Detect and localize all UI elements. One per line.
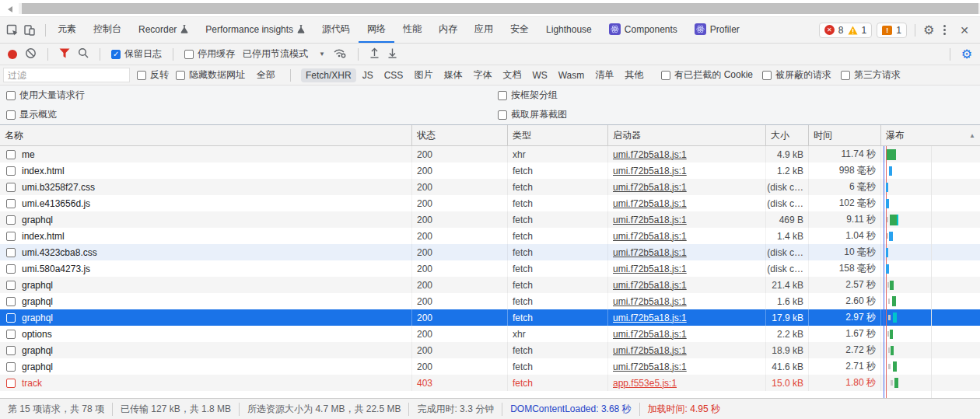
row-checkbox[interactable] — [6, 362, 16, 372]
hide-data-urls-checkbox[interactable]: 隐藏数据网址 — [176, 68, 245, 82]
initiator-link[interactable]: umi.f72b5a18.js:1 — [613, 231, 687, 242]
initiator-link[interactable]: umi.f72b5a18.js:1 — [613, 166, 687, 176]
initiator-link[interactable]: app.f553e5.js:1 — [613, 378, 677, 389]
row-checkbox[interactable] — [6, 215, 16, 225]
filter-pill--[interactable]: 其他 — [620, 67, 648, 83]
filter-pill--[interactable]: 字体 — [468, 67, 496, 83]
more-options-icon[interactable] — [939, 25, 950, 35]
table-row[interactable]: graphql200fetchumi.f72b5a18.js:121.4 kB2… — [0, 277, 980, 293]
table-row[interactable]: options200xhrumi.f72b5a18.js:12.2 kB1.67… — [0, 326, 980, 342]
table-row[interactable]: graphql200fetchumi.f72b5a18.js:11.6 kB2.… — [0, 293, 980, 309]
row-checkbox[interactable] — [6, 379, 16, 388]
scroll-left-arrow-icon[interactable] — [8, 6, 12, 12]
option-checkbox[interactable]: 使用大量请求行 — [6, 89, 498, 102]
row-checkbox[interactable] — [6, 330, 16, 339]
network-conditions-icon[interactable] — [333, 47, 347, 61]
table-row[interactable]: index.html200fetchumi.f72b5a18.js:11.2 k… — [0, 162, 980, 179]
tab-lighthouse[interactable]: Lighthouse — [537, 17, 600, 43]
scrollbar-thumb[interactable] — [22, 3, 978, 14]
row-checkbox[interactable] — [6, 150, 16, 159]
throttling-dropdown[interactable]: 已停用节流模式 ▼ — [243, 47, 325, 61]
issues-counter[interactable]: ! 1 — [877, 23, 907, 38]
tab-控制台[interactable]: 控制台 — [85, 17, 130, 43]
row-checkbox[interactable] — [6, 199, 16, 208]
column-header-0[interactable]: 名称 — [0, 125, 412, 145]
option-checkbox[interactable]: 显示概览 — [6, 108, 498, 121]
tab-网络[interactable]: 网络 — [359, 17, 394, 43]
export-har-icon[interactable] — [387, 47, 397, 61]
row-checkbox[interactable] — [6, 346, 16, 355]
tab-性能[interactable]: 性能 — [394, 17, 430, 43]
row-checkbox[interactable] — [6, 264, 16, 274]
filter-pill--[interactable]: 媒体 — [439, 67, 467, 83]
initiator-link[interactable]: umi.f72b5a18.js:1 — [613, 149, 687, 160]
initiator-link[interactable]: umi.f72b5a18.js:1 — [613, 215, 687, 225]
inspect-element-icon[interactable] — [6, 24, 19, 37]
close-devtools-icon[interactable]: ✕ — [955, 24, 974, 37]
initiator-link[interactable]: umi.f72b5a18.js:1 — [613, 182, 687, 193]
column-header-3[interactable]: 启动器 — [608, 125, 766, 145]
table-row[interactable]: graphql200fetchumi.f72b5a18.js:141.6 kB2… — [0, 358, 980, 375]
invert-filter-checkbox[interactable]: 反转 — [137, 68, 169, 82]
filter-pill-js[interactable]: JS — [358, 68, 378, 82]
disable-cache-checkbox[interactable]: 停用缓存 — [184, 47, 235, 61]
table-row[interactable]: umi.4323cba8.css200fetchumi.f72b5a18.js:… — [0, 244, 980, 260]
column-header-2[interactable]: 类型 — [508, 125, 608, 145]
table-row[interactable]: graphql200fetchumi.f72b5a18.js:117.9 kB2… — [0, 309, 980, 326]
table-row[interactable]: me200xhrumi.f72b5a18.js:14.9 kB11.74 秒 — [0, 146, 980, 162]
row-checkbox[interactable] — [6, 313, 16, 323]
filter-checkbox[interactable]: 被屏蔽的请求 — [762, 68, 831, 82]
filter-pill-wasm[interactable]: Wasm — [554, 68, 590, 82]
filter-pill-all[interactable]: 全部 — [252, 67, 280, 83]
row-checkbox[interactable] — [6, 281, 16, 290]
tab-元素[interactable]: 元素 — [49, 17, 85, 43]
search-icon[interactable] — [78, 47, 89, 61]
initiator-link[interactable]: umi.f72b5a18.js:1 — [613, 329, 687, 340]
network-settings-gear-icon[interactable]: ⚙ — [961, 48, 972, 61]
device-toolbar-icon[interactable] — [23, 24, 36, 37]
tab-performance-insights[interactable]: Performance insights — [197, 17, 313, 43]
option-checkbox[interactable]: 按框架分组 — [498, 89, 558, 102]
filter-pill--[interactable]: 清单 — [590, 67, 618, 83]
initiator-link[interactable]: umi.f72b5a18.js:1 — [613, 361, 687, 372]
filter-checkbox[interactable]: 有已拦截的 Cookie — [661, 68, 753, 82]
initiator-link[interactable]: umi.f72b5a18.js:1 — [613, 345, 687, 356]
filter-input[interactable] — [3, 68, 130, 82]
tab-内存[interactable]: 内存 — [430, 17, 466, 43]
table-row[interactable]: index.html200fetchumi.f72b5a18.js:11.4 k… — [0, 228, 980, 244]
tab-安全[interactable]: 安全 — [502, 17, 537, 43]
table-row[interactable]: umi.e413656d.js200fetchumi.f72b5a18.js:1… — [0, 195, 980, 211]
initiator-link[interactable]: umi.f72b5a18.js:1 — [613, 264, 687, 274]
row-checkbox[interactable] — [6, 166, 16, 176]
filter-pill--[interactable]: 文档 — [498, 67, 526, 83]
tab-profiler[interactable]: Profiler — [686, 17, 748, 43]
clear-network-log-icon[interactable] — [25, 47, 37, 61]
table-row[interactable]: track403fetchapp.f553e5.js:115.0 kB1.80 … — [0, 375, 980, 391]
row-checkbox[interactable] — [6, 183, 16, 192]
column-header-6[interactable]: 瀑布▲ — [881, 125, 980, 145]
table-row[interactable]: graphql200fetchumi.f72b5a18.js:118.9 kB2… — [0, 342, 980, 358]
table-row[interactable]: umi.b3258f27.css200fetchumi.f72b5a18.js:… — [0, 179, 980, 195]
initiator-link[interactable]: umi.f72b5a18.js:1 — [613, 247, 687, 258]
table-row[interactable]: graphql200fetchumi.f72b5a18.js:1469 B9.1… — [0, 211, 980, 228]
tab-应用[interactable]: 应用 — [466, 17, 502, 43]
initiator-link[interactable]: umi.f72b5a18.js:1 — [613, 198, 687, 209]
page-scrollbar[interactable] — [0, 0, 980, 17]
preserve-log-checkbox[interactable]: 保留日志 — [111, 47, 162, 61]
filter-pill-ws[interactable]: WS — [527, 68, 551, 82]
filter-pill-fetch-xhr[interactable]: Fetch/XHR — [301, 68, 356, 82]
console-counts[interactable]: ✕ 8 1 — [819, 23, 872, 38]
initiator-link[interactable]: umi.f72b5a18.js:1 — [613, 280, 687, 291]
table-row[interactable]: umi.580a4273.js200fetchumi.f72b5a18.js:1… — [0, 260, 980, 277]
filter-pill-css[interactable]: CSS — [380, 68, 408, 82]
row-checkbox[interactable] — [6, 248, 16, 257]
row-checkbox[interactable] — [6, 232, 16, 241]
column-header-5[interactable]: 时间 — [809, 125, 881, 145]
column-header-1[interactable]: 状态 — [412, 125, 508, 145]
filter-checkbox[interactable]: 第三方请求 — [841, 68, 901, 82]
settings-gear-icon[interactable]: ⚙ — [923, 24, 934, 37]
option-checkbox[interactable]: 截取屏幕截图 — [498, 108, 567, 121]
initiator-link[interactable]: umi.f72b5a18.js:1 — [613, 313, 687, 323]
initiator-link[interactable]: umi.f72b5a18.js:1 — [613, 296, 687, 307]
tab-源代码[interactable]: 源代码 — [313, 17, 359, 43]
